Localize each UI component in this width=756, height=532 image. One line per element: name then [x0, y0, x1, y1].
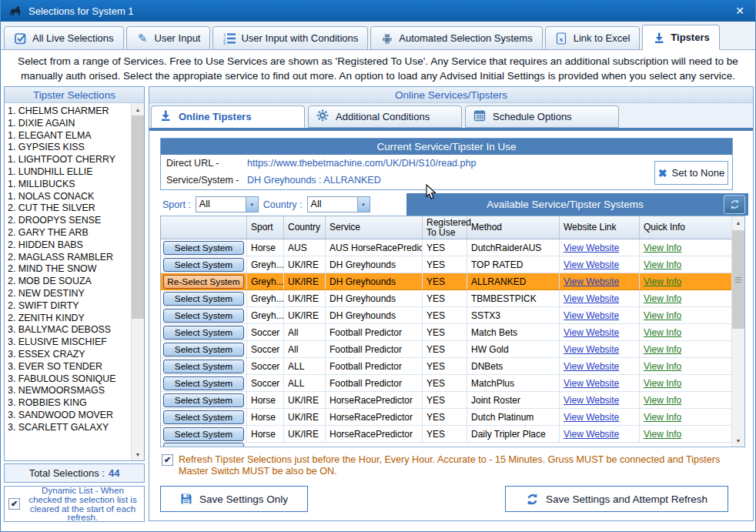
list-item[interactable]: 2. GARY THE ARB — [8, 227, 129, 239]
view-info-link[interactable]: View Info — [644, 344, 681, 355]
list-item[interactable]: 1. ELEGANT ELMA — [8, 130, 129, 142]
select-system-button[interactable]: Select System — [163, 427, 244, 441]
view-website-link[interactable]: View Website — [564, 361, 619, 372]
view-info-link[interactable]: View Info — [644, 429, 681, 440]
list-item[interactable]: 1. LUNDHILL ELLIE — [8, 166, 129, 179]
select-system-button[interactable]: Select System — [163, 410, 244, 424]
refresh-list-button[interactable] — [724, 195, 745, 214]
list-item[interactable]: 3. EVER SO TENDER — [8, 361, 129, 373]
chevron-down-icon[interactable]: ▼ — [357, 197, 370, 212]
scroll-up-icon[interactable]: ▲ — [732, 216, 744, 229]
list-item[interactable]: 2. DROOPYS SENSE — [8, 215, 129, 227]
subtab-schedule-options[interactable]: Schedule Options — [465, 105, 619, 128]
subtab-additional-conditions[interactable]: Additional Conditions — [308, 105, 462, 128]
view-website-link[interactable]: View Website — [564, 327, 619, 338]
list-scrollbar[interactable]: ▲ ▼ — [131, 103, 144, 460]
select-system-button[interactable]: Select System — [163, 393, 244, 407]
view-info-link[interactable]: View Info — [644, 412, 681, 423]
select-system-button[interactable]: Select System — [163, 343, 244, 356]
list-item[interactable]: 1. DIXIE AGAIN — [8, 118, 129, 130]
view-info-link[interactable]: View Info — [644, 293, 681, 304]
list-item[interactable]: 2. MIND THE SNOW — [8, 263, 129, 276]
select-system-button[interactable]: Select System — [163, 326, 244, 340]
tab-tipsters[interactable]: Tipsters — [642, 25, 719, 50]
select-system-button[interactable]: Select System — [163, 376, 244, 390]
tab-automated-selection-systems[interactable]: Automated Selection Systems — [370, 26, 542, 50]
view-website-link[interactable]: View Website — [564, 378, 619, 389]
list-item[interactable]: 2. CUT THE SILVER — [8, 202, 129, 215]
view-website-link[interactable]: View Website — [564, 276, 619, 287]
close-icon[interactable]: ✕ — [732, 5, 748, 17]
scroll-up-icon[interactable]: ▲ — [132, 103, 144, 115]
scroll-down-icon[interactable]: ▼ — [732, 434, 744, 447]
list-item[interactable]: 3. FABULOUS SONIQUE — [8, 373, 129, 386]
list-item[interactable]: 2. NEW DESTINY — [8, 288, 129, 300]
view-website-link[interactable]: View Website — [564, 429, 619, 440]
cell-service: Football Predictor — [326, 358, 423, 374]
list-item[interactable]: 3. SCARLETT GALAXY — [8, 422, 129, 434]
re-select-system-button[interactable]: Re-Select System — [163, 275, 244, 289]
view-info-link[interactable]: View Info — [644, 243, 681, 253]
select-system-button[interactable]: Select System — [163, 309, 244, 323]
list-item[interactable]: 3. ROBBIES KING — [8, 397, 129, 410]
country-dropdown[interactable]: All ▼ — [307, 196, 370, 212]
view-website-link[interactable]: View Website — [564, 412, 619, 423]
list-item[interactable]: 3. SANDWOOD MOVER — [8, 410, 129, 422]
view-info-link[interactable]: View Info — [644, 310, 681, 321]
dynamic-list-checkbox[interactable]: ✔ — [8, 498, 20, 510]
view-website-link[interactable]: View Website — [564, 243, 619, 253]
select-system-button[interactable]: Select System — [163, 360, 244, 373]
subtab-label: Additional Conditions — [336, 111, 430, 122]
chevron-down-icon[interactable]: ▼ — [246, 197, 258, 212]
view-website-link[interactable]: View Website — [564, 293, 619, 304]
tab-link-to-excel[interactable]: xLink to Excel — [545, 26, 641, 50]
select-system-button[interactable]: Select System — [163, 258, 244, 272]
list-item[interactable]: 1. GYPSIES KISS — [8, 142, 129, 154]
select-system-button[interactable]: Select System — [163, 241, 244, 255]
direct-url-value[interactable]: https://www.thebetmachine.com/UK/DH/S10/… — [247, 158, 476, 169]
view-info-link[interactable]: View Info — [644, 276, 681, 287]
tipster-selections-panel: Tipster Selections 1. CHELMS CHARMER1. D… — [4, 86, 145, 461]
view-website-link[interactable]: View Website — [564, 395, 619, 406]
scroll-down-icon[interactable]: ▼ — [132, 448, 144, 460]
cell-registered: YES — [423, 409, 467, 425]
set-to-none-button[interactable]: ✖ Set to None — [654, 161, 728, 185]
view-info-link[interactable]: View Info — [644, 395, 681, 406]
list-item[interactable]: 2. SWIFT DIRTY — [8, 300, 129, 313]
list-item[interactable]: 2. MOB DE SOUZA — [8, 276, 129, 288]
view-info-link[interactable]: View Info — [644, 361, 681, 372]
save-and-refresh-button[interactable]: Save Settings and Attempt Refresh — [505, 486, 728, 512]
view-website-link[interactable]: View Website — [564, 344, 619, 355]
list-item[interactable]: 1. LIGHTFOOT CHERRY — [8, 154, 129, 166]
list-item[interactable]: 3. ESSEX CRAZY — [8, 349, 129, 361]
view-website-link[interactable]: View Website — [564, 259, 619, 270]
list-item[interactable]: 2. HIDDEN BABS — [8, 239, 129, 252]
cell-country: ALL — [284, 358, 326, 374]
view-website-link[interactable]: View Website — [564, 310, 619, 321]
select-system-button[interactable]: Select System — [163, 292, 244, 306]
subtab-online-tipsters[interactable]: Online Tipsters — [151, 105, 305, 128]
tipster-selection-list[interactable]: 1. CHELMS CHARMER1. DIXIE AGAIN1. ELEGAN… — [5, 103, 131, 460]
cell-method: MatchPlus — [467, 375, 560, 391]
list-item[interactable]: 1. MILLIBUCKS — [8, 179, 129, 191]
sport-dropdown[interactable]: All ▼ — [196, 196, 259, 212]
list-item[interactable]: 2. ZENITH KINDY — [8, 313, 129, 325]
select-system-button[interactable]: Select System — [163, 443, 244, 447]
hourly-refresh-checkbox[interactable]: ✔ — [162, 454, 173, 466]
view-info-link[interactable]: View Info — [644, 378, 681, 389]
tab-user-input-with-conditions[interactable]: 123User Input with Conditions — [212, 26, 368, 50]
table-scrollbar[interactable]: ▲ ▼ — [731, 216, 744, 447]
list-item[interactable]: 3. NEWMOORSMAGS — [8, 385, 129, 397]
save-settings-button[interactable]: Save Settings Only — [160, 486, 308, 512]
list-item[interactable]: 1. CHELMS CHARMER — [8, 105, 129, 118]
view-info-link[interactable]: View Info — [644, 327, 681, 338]
scrollbar-thumb[interactable] — [732, 230, 744, 329]
view-info-link[interactable]: View Info — [644, 259, 681, 270]
list-item[interactable]: 1. NOLAS CONACK — [8, 191, 129, 203]
tab-all-live-selections[interactable]: All Live Selections — [4, 26, 124, 50]
tab-user-input[interactable]: ✎User Input — [126, 26, 211, 50]
list-item[interactable]: 3. BALLYMAC DEBOSS — [8, 324, 129, 336]
list-item[interactable]: 3. ELUSIVE MISCHIEF — [8, 336, 129, 349]
list-item[interactable]: 2. MAGLASS RAMBLER — [8, 252, 129, 264]
scrollbar-thumb[interactable] — [132, 115, 144, 319]
